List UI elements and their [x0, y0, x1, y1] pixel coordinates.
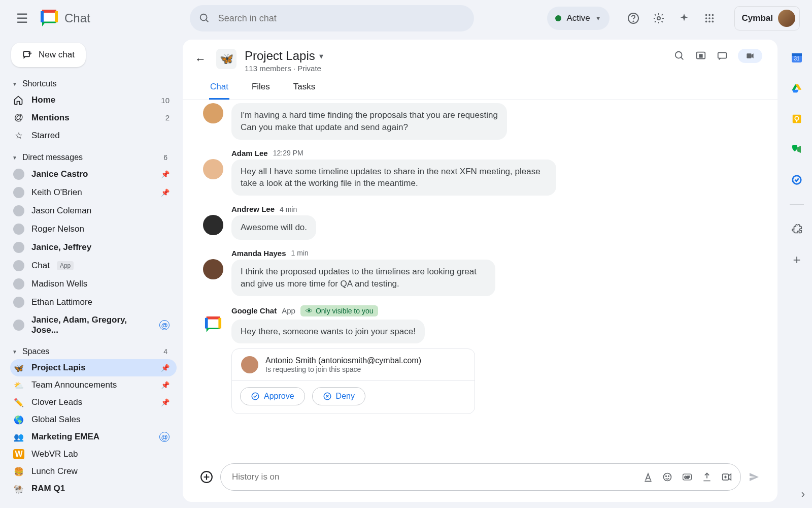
home-icon — [13, 95, 24, 105]
meet-app-icon[interactable] — [791, 143, 803, 155]
hamburger-menu-icon[interactable]: ☰ — [12, 7, 32, 30]
chevron-down-icon[interactable]: ▾ — [319, 51, 323, 61]
svg-point-4 — [633, 21, 633, 21]
sidebar-space-item[interactable]: 🌎Global Sales — [10, 411, 177, 428]
messages-scroll[interactable]: I'm having a hard time finding the propo… — [183, 100, 777, 456]
sidebar-item-label: Janice, Adam, Gregory, Jose... — [31, 315, 152, 335]
new-chat-label: New chat — [39, 50, 75, 60]
chevron-down-icon: ▼ — [12, 349, 17, 355]
sidebar-dm-item[interactable]: Jason Coleman — [10, 202, 177, 220]
svg-rect-23 — [747, 53, 751, 58]
sidebar-dm-item[interactable]: Janice, Adam, Gregory, Jose...@ — [10, 311, 177, 339]
get-addons-plus-icon[interactable]: + — [791, 253, 803, 266]
eye-icon: 👁 — [306, 307, 313, 315]
sidebar-item-label: Janice, Jeffrey — [31, 242, 91, 252]
sidebar-item-mentions[interactable]: @ Mentions 2 — [10, 109, 177, 126]
approve-button[interactable]: Approve — [240, 387, 305, 405]
video-call-button[interactable] — [738, 49, 762, 63]
emoji-icon[interactable] — [662, 472, 672, 482]
sidebar-space-item[interactable]: ✏️Clover Leads📌 — [10, 394, 177, 411]
message-author: Adam Lee — [231, 149, 268, 157]
sidebar-item-starred[interactable]: ☆ Starred — [10, 126, 177, 145]
sidebar-space-item[interactable]: WWebVR Lab — [10, 446, 177, 463]
sidebar-dm-item[interactable]: Roger Nelson — [10, 220, 177, 238]
sidebar-space-item[interactable]: ⛅Team Announcements📌 — [10, 376, 177, 394]
tab-files[interactable]: Files — [251, 82, 271, 100]
sidebar-space-item[interactable]: 👥Marketing EMEA@ — [10, 428, 177, 446]
mention-icon: @ — [13, 112, 24, 123]
send-button[interactable] — [748, 471, 760, 483]
message-avatar — [203, 103, 223, 123]
shortcuts-section-label: Shortcuts — [22, 79, 57, 88]
sidebar-item-label: Clover Leads — [31, 397, 82, 407]
calendar-app-icon[interactable]: 31 — [791, 52, 803, 64]
sidebar-space-item[interactable]: 🍔Lunch Crew — [10, 463, 177, 480]
search-bar[interactable] — [190, 5, 474, 31]
gif-icon[interactable]: GIF — [682, 472, 693, 482]
sidebar-dm-item[interactable]: Madison Wells — [10, 275, 177, 293]
message-input[interactable] — [231, 471, 643, 483]
apps-grid-icon[interactable] — [703, 12, 716, 25]
space-tabs: Chat Files Tasks — [183, 73, 777, 100]
search-input[interactable] — [217, 13, 465, 24]
addons-puzzle-icon[interactable] — [791, 223, 803, 235]
new-chat-button[interactable]: New chat — [11, 43, 86, 67]
sidebar-dm-item[interactable]: Ethan Lattimore — [10, 293, 177, 311]
chat-logo[interactable]: Chat — [40, 9, 90, 27]
message-avatar — [203, 215, 223, 235]
svg-point-12 — [705, 21, 707, 23]
space-emoji-icon: ✏️ — [13, 398, 24, 407]
svg-rect-15 — [24, 51, 30, 56]
spaces-count: 4 — [163, 347, 175, 356]
sidebar-dm-item[interactable]: Keith O'Brien📌 — [10, 183, 177, 202]
shortcuts-section-toggle[interactable]: ▼ Shortcuts — [10, 76, 177, 91]
pin-chat-icon[interactable] — [717, 50, 728, 61]
present-screen-icon[interactable] — [695, 50, 706, 61]
dm-avatar — [13, 187, 24, 198]
svg-line-2 — [206, 20, 208, 22]
org-account-chip[interactable]: Cymbal — [734, 6, 800, 30]
rail-divider — [790, 204, 804, 205]
keep-app-icon[interactable] — [791, 113, 803, 125]
tab-chat[interactable]: Chat — [209, 82, 229, 100]
dm-avatar — [13, 205, 24, 216]
svg-point-33 — [668, 476, 669, 477]
add-attachment-button[interactable] — [200, 470, 213, 484]
format-text-icon[interactable] — [643, 472, 653, 482]
svg-point-25 — [252, 393, 259, 400]
space-emoji-icon: 🐏 — [13, 484, 24, 494]
dms-section-toggle[interactable]: ▼ Direct messages 6 — [10, 150, 177, 165]
sidebar-space-item[interactable]: 🦋Project Lapis📌 — [10, 359, 177, 376]
help-icon[interactable] — [627, 12, 640, 25]
sidebar-space-item[interactable]: 🐏RAM Q1 — [10, 480, 177, 497]
sidebar-dm-item[interactable]: Janice Castro📌 — [10, 165, 177, 183]
upload-icon[interactable] — [702, 472, 712, 482]
x-circle-icon — [323, 392, 332, 401]
drive-app-icon[interactable] — [791, 82, 803, 94]
sidebar-dm-item[interactable]: Janice, Jeffrey — [10, 238, 177, 257]
deny-button[interactable]: Deny — [312, 387, 365, 405]
spaces-section-toggle[interactable]: ▼ Spaces 4 — [10, 344, 177, 359]
video-upload-icon[interactable] — [721, 472, 732, 482]
sidebar-item-label: Home — [31, 95, 55, 105]
sparkle-icon[interactable] — [678, 12, 691, 25]
svg-point-6 — [705, 14, 707, 16]
message-bubble: Hey all I have some timeline updates to … — [231, 160, 556, 196]
back-arrow-icon[interactable]: ← — [195, 49, 208, 66]
collapse-rail-chevron-icon[interactable]: › — [801, 488, 805, 501]
tab-tasks[interactable]: Tasks — [292, 82, 316, 100]
requester-subtext: Is requesting to join this space — [265, 365, 421, 373]
tasks-app-icon[interactable] — [791, 174, 803, 186]
status-dropdown[interactable]: Active ▼ — [547, 7, 609, 30]
sidebar-item-home[interactable]: Home 10 — [10, 91, 177, 109]
message-time: 12:29 PM — [273, 149, 303, 157]
message-avatar — [203, 259, 223, 279]
message-composer[interactable]: GIF — [220, 463, 741, 491]
search-in-space-icon[interactable] — [674, 50, 685, 61]
svg-point-7 — [708, 14, 710, 16]
chat-panel: ← 🦋 Project Lapis ▾ 113 members · Privat… — [183, 40, 777, 502]
sidebar-dm-item[interactable]: ChatApp — [10, 257, 177, 275]
pin-icon: 📌 — [161, 364, 170, 372]
settings-gear-icon[interactable] — [652, 12, 665, 25]
new-chat-icon — [22, 50, 32, 60]
